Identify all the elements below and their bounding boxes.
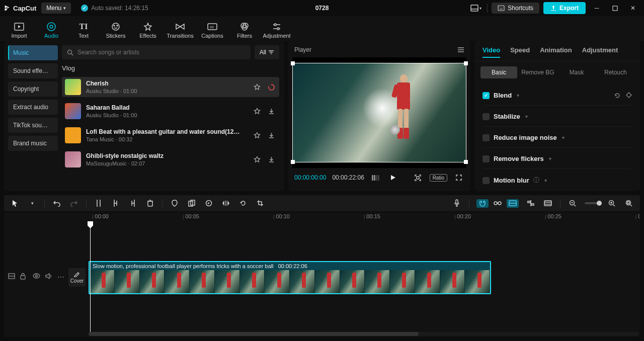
remove-flickers-checkbox[interactable] bbox=[482, 155, 490, 162]
compare-icon[interactable] bbox=[370, 172, 381, 183]
tab-import[interactable]: Import bbox=[5, 18, 33, 41]
duplicate-button[interactable] bbox=[187, 198, 197, 208]
lock-icon[interactable] bbox=[20, 273, 27, 281]
align-icon[interactable] bbox=[526, 198, 536, 208]
download-icon[interactable] bbox=[266, 106, 276, 116]
sidebar-item-copyright[interactable]: Copyright bbox=[8, 81, 58, 97]
favorite-icon[interactable] bbox=[252, 106, 262, 116]
track-settings-icon[interactable] bbox=[543, 198, 553, 208]
favorite-icon[interactable] bbox=[252, 154, 262, 164]
select-tool[interactable] bbox=[10, 198, 20, 208]
resize-handle[interactable] bbox=[464, 61, 468, 65]
chevron-down-icon[interactable]: ▾ bbox=[562, 135, 565, 140]
chevron-down-icon[interactable]: ▾ bbox=[517, 93, 519, 98]
video-clip[interactable]: Slow motion, professional football playe… bbox=[89, 261, 491, 294]
delete-button[interactable] bbox=[145, 198, 155, 208]
sidebar-item-music[interactable]: Music bbox=[8, 45, 58, 60]
chevron-down-icon[interactable]: ▾ bbox=[549, 156, 551, 161]
marker-button[interactable] bbox=[170, 198, 180, 208]
visibility-icon[interactable] bbox=[33, 273, 40, 281]
magnet-main-icon[interactable] bbox=[476, 199, 489, 208]
subtab-retouch[interactable]: Retouch bbox=[597, 66, 634, 78]
more-icon[interactable]: ⋯ bbox=[57, 273, 64, 281]
snap-preview-icon[interactable] bbox=[507, 199, 519, 208]
player-menu-icon[interactable] bbox=[457, 47, 464, 53]
zoom-out-icon[interactable] bbox=[568, 198, 578, 208]
mic-button[interactable] bbox=[452, 198, 462, 208]
reset-icon[interactable] bbox=[614, 92, 621, 99]
info-icon[interactable]: ⓘ bbox=[533, 176, 539, 185]
search-input[interactable] bbox=[77, 49, 246, 56]
subtab-basic[interactable]: Basic bbox=[480, 66, 517, 78]
player-viewport[interactable] bbox=[292, 57, 466, 168]
play-button[interactable] bbox=[387, 172, 398, 183]
zoom-fit-icon[interactable] bbox=[624, 198, 634, 208]
chevron-down-icon[interactable]: ▾ bbox=[544, 178, 547, 183]
subtab-remove-bg[interactable]: Remove BG bbox=[519, 66, 556, 78]
timeline-scrollbar[interactable] bbox=[89, 332, 639, 336]
resize-handle[interactable] bbox=[464, 160, 468, 164]
playhead[interactable] bbox=[90, 222, 91, 332]
tab-text[interactable]: TI Text bbox=[69, 18, 98, 41]
reverse-button[interactable] bbox=[204, 198, 214, 208]
reduce-noise-checkbox[interactable] bbox=[482, 134, 490, 141]
motion-blur-checkbox[interactable] bbox=[482, 177, 490, 184]
blend-checkbox[interactable] bbox=[482, 92, 490, 99]
subtab-mask[interactable]: Mask bbox=[558, 66, 595, 78]
mirror-button[interactable] bbox=[221, 198, 231, 208]
chevron-down-icon[interactable]: ▾ bbox=[525, 114, 528, 119]
tab-captions[interactable]: cc Captions bbox=[198, 18, 226, 41]
maximize-button[interactable] bbox=[608, 2, 622, 14]
tab-stickers[interactable]: Stickers bbox=[102, 18, 130, 41]
zoom-in-icon[interactable] bbox=[607, 198, 617, 208]
inspector-tab-video[interactable]: Video bbox=[482, 46, 500, 58]
keyframe-icon[interactable] bbox=[626, 92, 632, 99]
loading-icon[interactable] bbox=[266, 82, 276, 92]
tab-filters[interactable]: Filters bbox=[230, 18, 259, 41]
clips-area[interactable]: Slow motion, professional football playe… bbox=[86, 222, 640, 332]
resize-handle[interactable] bbox=[291, 160, 295, 164]
zoom-slider[interactable] bbox=[585, 202, 600, 204]
mute-icon[interactable] bbox=[45, 273, 52, 281]
split-button[interactable] bbox=[94, 198, 104, 208]
rotate-button[interactable] bbox=[238, 198, 248, 208]
link-icon[interactable] bbox=[492, 199, 504, 208]
player-frame[interactable] bbox=[292, 63, 466, 162]
layout-button[interactable]: ▾ bbox=[469, 2, 483, 14]
download-icon[interactable] bbox=[266, 130, 276, 140]
inspector-tab-animation[interactable]: Animation bbox=[540, 46, 572, 58]
sidebar-item-extract-audio[interactable]: Extract audio bbox=[8, 100, 58, 115]
trim-right-button[interactable] bbox=[128, 198, 138, 208]
scan-icon[interactable] bbox=[413, 172, 424, 183]
filter-all-button[interactable]: All bbox=[255, 45, 279, 59]
download-icon[interactable] bbox=[266, 154, 276, 164]
favorite-icon[interactable] bbox=[252, 82, 262, 92]
tab-audio[interactable]: Audio bbox=[37, 18, 65, 41]
trim-left-button[interactable] bbox=[111, 198, 121, 208]
sidebar-item-sound-effects[interactable]: Sound effe… bbox=[8, 63, 58, 78]
close-button[interactable]: ✕ bbox=[626, 2, 640, 14]
minimize-button[interactable]: ─ bbox=[590, 2, 604, 14]
tab-effects[interactable]: Effects bbox=[134, 18, 162, 41]
search-input-wrapper[interactable] bbox=[62, 45, 251, 59]
inspector-tab-adjustment[interactable]: Adjustment bbox=[582, 46, 618, 58]
sidebar-item-tiktok-sounds[interactable]: TikTok sou… bbox=[8, 118, 58, 133]
timeline-ruler[interactable]: 00:00 00:05 00:10 00:15 00:20 00:25 00 bbox=[4, 212, 640, 222]
export-button[interactable]: Export bbox=[543, 2, 586, 14]
menu-button[interactable]: Menu ▾ bbox=[41, 3, 71, 14]
tab-transitions[interactable]: Transitions bbox=[166, 18, 194, 41]
collapse-icon[interactable] bbox=[8, 273, 15, 281]
chevron-down-icon[interactable]: ▾ bbox=[27, 198, 37, 208]
track-item[interactable]: Saharan Ballad Ausku Studio · 01:00 bbox=[62, 101, 279, 121]
track-item[interactable]: Cherish Ausku Studio · 01:00 bbox=[62, 77, 279, 97]
redo-button[interactable] bbox=[69, 198, 79, 208]
ratio-button[interactable]: Ratio bbox=[430, 174, 447, 182]
cover-button[interactable]: Cover bbox=[68, 268, 86, 287]
track-item[interactable]: Ghibli-style nostalgic waltz MaSssuguMus… bbox=[62, 149, 279, 169]
undo-button[interactable] bbox=[52, 198, 62, 208]
tab-adjustment[interactable]: Adjustment bbox=[263, 18, 291, 41]
fullscreen-icon[interactable] bbox=[453, 172, 464, 183]
favorite-icon[interactable] bbox=[252, 130, 262, 140]
stabilize-checkbox[interactable] bbox=[482, 113, 490, 120]
sidebar-item-brand-music[interactable]: Brand music bbox=[8, 136, 58, 151]
